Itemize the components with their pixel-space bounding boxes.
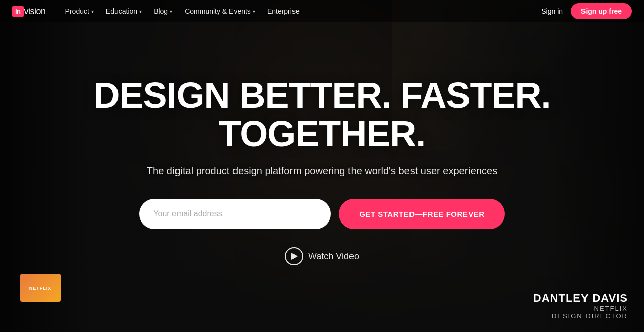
logo[interactable]: in vision xyxy=(12,6,46,17)
nav-blog-label: Blog xyxy=(154,7,168,15)
chevron-down-icon: ▾ xyxy=(170,9,172,14)
hero-form: GET STARTED—FREE FOREVER xyxy=(139,199,504,229)
nav-links: Product ▾ Education ▾ Blog ▾ Community &… xyxy=(60,4,542,18)
chevron-down-icon: ▾ xyxy=(91,9,94,14)
nav-product-label: Product xyxy=(65,7,89,15)
netflix-card: NETFLIX xyxy=(20,274,61,302)
chevron-down-icon: ▾ xyxy=(253,9,255,14)
nav-right: Sign in Sign up free xyxy=(541,3,632,19)
credit-job-title: DESIGN DIRECTOR xyxy=(533,312,628,320)
watch-video-button[interactable]: Watch Video xyxy=(285,247,359,265)
nav-item-product[interactable]: Product ▾ xyxy=(60,4,99,18)
get-started-button[interactable]: GET STARTED—FREE FOREVER xyxy=(339,199,504,229)
nav-community-label: Community & Events xyxy=(185,7,251,15)
nav-enterprise-label: Enterprise xyxy=(267,7,300,15)
watch-video-label: Watch Video xyxy=(308,251,359,262)
signup-button[interactable]: Sign up free xyxy=(571,3,632,19)
play-circle-icon xyxy=(285,247,303,265)
nav-item-blog[interactable]: Blog ▾ xyxy=(149,4,178,18)
bottom-left-card: NETFLIX xyxy=(20,274,61,302)
nav-item-education[interactable]: Education ▾ xyxy=(101,4,147,18)
hero-content: DESIGN BETTER. FASTER. TOGETHER. The dig… xyxy=(45,77,600,265)
nav-education-label: Education xyxy=(106,7,137,15)
person-credit: DANTLEY DAVIS NETFLIX DESIGN DIRECTOR xyxy=(533,292,628,320)
hero-title: DESIGN BETTER. FASTER. TOGETHER. xyxy=(45,77,600,153)
hero-subtitle: The digital product design platform powe… xyxy=(147,165,497,177)
nav-item-enterprise[interactable]: Enterprise xyxy=(262,4,305,18)
credit-company: NETFLIX xyxy=(533,305,628,312)
logo-vision-text: vision xyxy=(24,6,46,17)
hero-section: in vision Product ▾ Education ▾ Blog ▾ C… xyxy=(0,0,644,332)
sign-in-link[interactable]: Sign in xyxy=(541,7,563,15)
nav-item-community[interactable]: Community & Events ▾ xyxy=(180,4,260,18)
credit-name: DANTLEY DAVIS xyxy=(533,292,628,305)
logo-in-box: in xyxy=(12,6,24,17)
netflix-label: NETFLIX xyxy=(29,286,52,291)
email-input[interactable] xyxy=(139,199,331,229)
play-triangle-icon xyxy=(291,253,298,260)
navbar: in vision Product ▾ Education ▾ Blog ▾ C… xyxy=(0,0,644,22)
chevron-down-icon: ▾ xyxy=(139,9,142,14)
